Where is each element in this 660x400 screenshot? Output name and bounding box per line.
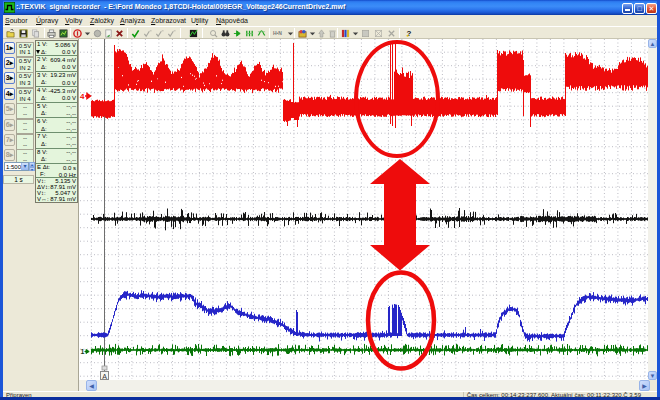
svg-text:1: 1 xyxy=(81,348,85,355)
svg-text:4: 4 xyxy=(80,92,85,101)
svg-text:A: A xyxy=(102,373,107,380)
